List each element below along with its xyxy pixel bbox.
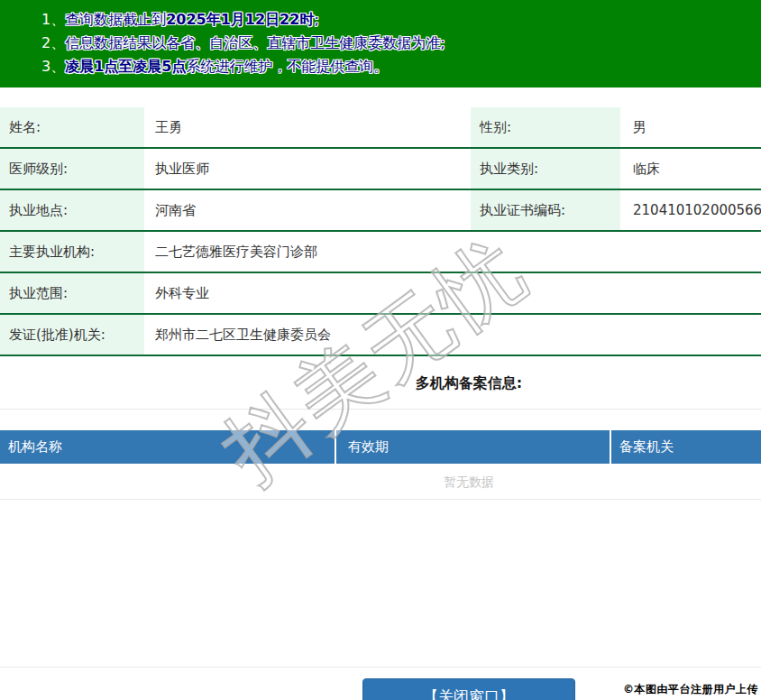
field-value-license-number: 210410102000566 [620, 190, 761, 230]
notice-line-1: 1、查询数据截止到2025年1月12日22时; [41, 8, 752, 32]
close-window-button[interactable]: 【关闭窗口】 [362, 678, 575, 700]
field-label-doctor-level: 医师级别: [0, 149, 144, 189]
multi-org-table-header: 机构名称 有效期 备案机关 [0, 430, 761, 464]
notice-line-text: 信息数据结果以各省、自治区、直辖市卫生健康委数据为准; [65, 34, 445, 51]
notice-line-text: ; [314, 11, 318, 28]
column-header-record-authority: 备案机关 [610, 430, 761, 464]
field-label-gender: 性别: [471, 107, 620, 147]
field-value-main-institution: 二七艺德雅医疗美容门诊部 [144, 232, 761, 272]
field-value-name: 王勇 [144, 107, 471, 147]
notice-line-3: 3、凌晨1点至凌晨5点系统进行维护，不能提供查询。 [41, 55, 752, 78]
notice-line-bold: 凌晨1点至凌晨5点 [65, 58, 186, 75]
column-header-institution-name: 机构名称 [0, 430, 335, 464]
field-value-gender: 男 [620, 107, 761, 147]
table-row: 医师级别: 执业医师 执业类别: 临床 [0, 149, 761, 190]
table-row: 发证(批准)机关: 郑州市二七区卫生健康委员会 [0, 315, 761, 356]
notice-banner: 1、查询数据截止到2025年1月12日22时; 2、信息数据结果以各省、自治区、… [0, 0, 761, 88]
notice-line-number: 3、 [41, 58, 65, 75]
blank-area [0, 500, 761, 668]
column-header-validity-period: 有效期 [335, 430, 610, 464]
field-value-practice-category: 临床 [620, 149, 761, 189]
field-value-practice-scope: 外科专业 [144, 273, 761, 313]
table-row: 主要执业机构: 二七艺德雅医疗美容门诊部 [0, 232, 761, 273]
field-value-doctor-level: 执业医师 [144, 149, 471, 189]
notice-line-2: 2、信息数据结果以各省、自治区、直辖市卫生健康委数据为准; [41, 32, 752, 55]
practitioner-info-table: 姓名: 王勇 性别: 男 医师级别: 执业医师 执业类别: 临床 执业地点: 河… [0, 107, 761, 356]
field-value-issuing-authority: 郑州市二七区卫生健康委员会 [144, 315, 761, 355]
table-row: 执业范围: 外科专业 [0, 273, 761, 315]
field-label-practice-location: 执业地点: [0, 190, 144, 230]
field-label-issuing-authority: 发证(批准)机关: [0, 315, 144, 355]
field-value-practice-location: 河南省 [144, 190, 471, 230]
copyright-text: ©本图由平台注册用户上传 [623, 682, 758, 697]
field-label-practice-scope: 执业范围: [0, 273, 144, 313]
field-label-main-institution: 主要执业机构: [0, 232, 144, 272]
multi-org-section-title: 多机构备案信息: [0, 356, 761, 410]
table-row: 姓名: 王勇 性别: 男 [0, 107, 761, 149]
notice-line-number: 2、 [41, 34, 65, 51]
notice-line-text: 查询数据截止到 [65, 11, 166, 28]
notice-line-text: 系统进行维护，不能提供查询。 [186, 58, 388, 75]
notice-line-bold: 2025年1月12日22时 [166, 11, 314, 28]
table-row: 执业地点: 河南省 执业证书编码: 210410102000566 [0, 190, 761, 232]
field-label-name: 姓名: [0, 107, 144, 147]
content-container: 姓名: 王勇 性别: 男 医师级别: 执业医师 执业类别: 临床 执业地点: 河… [0, 107, 761, 700]
field-label-license-number: 执业证书编码: [471, 190, 620, 230]
no-data-message: 暂无数据 [0, 464, 761, 500]
field-label-practice-category: 执业类别: [471, 149, 620, 189]
notice-line-number: 1、 [41, 11, 65, 28]
